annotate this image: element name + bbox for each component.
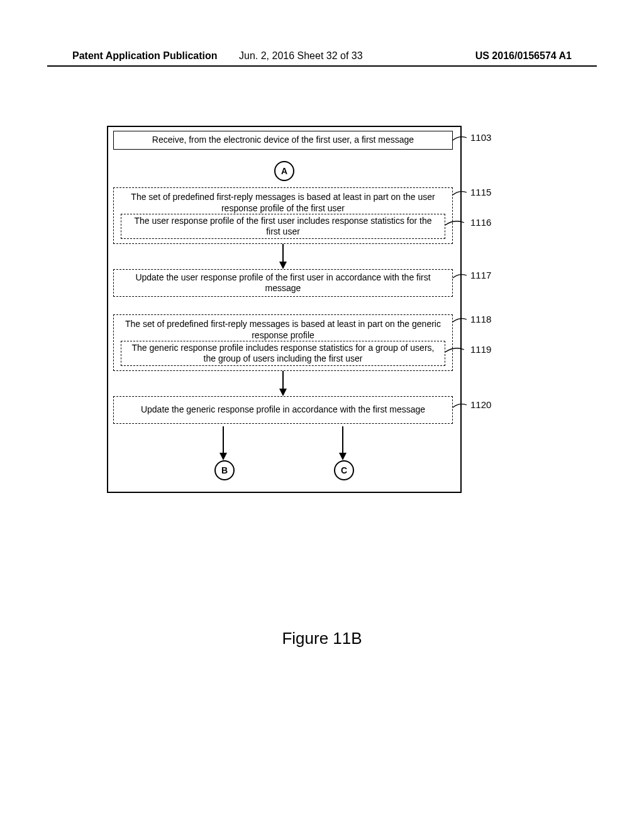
ref-1120: 1120 — [470, 399, 491, 410]
connector-c: C — [334, 460, 354, 480]
ref-1118: 1118 — [470, 314, 491, 324]
ref-1103: 1103 — [470, 132, 491, 143]
page-header: Patent Application Publication Jun. 2, 2… — [0, 50, 644, 65]
header-rule — [47, 65, 597, 67]
ref-1117: 1117 — [470, 270, 491, 280]
arrow-to-b — [219, 435, 227, 460]
header-right: US 2016/0156574 A1 — [475, 50, 572, 62]
step-1103: Receive, from the electronic device of t… — [113, 131, 453, 150]
header-left: Patent Application Publication — [72, 50, 218, 62]
figure-caption: Figure 11B — [0, 629, 644, 648]
step-1120: Update the generic response profile in a… — [113, 396, 453, 424]
step-1116: The user response profile of the first u… — [121, 214, 445, 239]
page: Patent Application Publication Jun. 2, 2… — [0, 0, 644, 830]
ref-1119: 1119 — [470, 344, 491, 355]
step-1117: Update the user response profile of the … — [113, 269, 453, 297]
arrow-1115-1117 — [279, 244, 287, 269]
svg-marker-5 — [219, 453, 227, 460]
ref-1115: 1115 — [470, 187, 491, 197]
connector-b: B — [214, 460, 235, 480]
arrow-1118-1120 — [279, 371, 287, 396]
svg-marker-7 — [339, 453, 347, 460]
connector-a: A — [274, 161, 294, 181]
header-middle: Jun. 2, 2016 Sheet 32 of 33 — [239, 50, 363, 62]
svg-marker-1 — [279, 262, 287, 269]
arrow-to-c — [339, 435, 347, 460]
svg-marker-3 — [279, 389, 287, 396]
step-1119: The generic response profile includes re… — [121, 341, 445, 366]
ref-1116: 1116 — [470, 217, 491, 228]
branch-line — [219, 426, 347, 436]
